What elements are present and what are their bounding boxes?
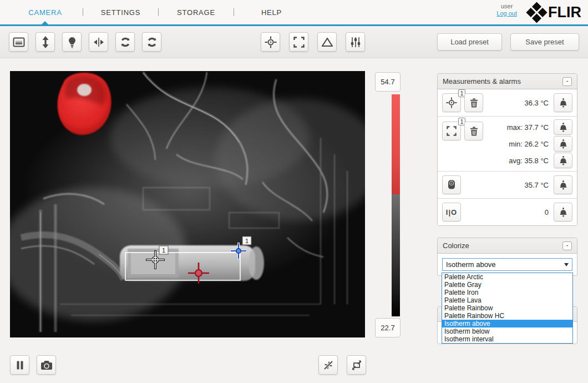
spot-temperature-value: 36.3 °C bbox=[524, 99, 554, 107]
scale-min-label: 22.7 bbox=[375, 318, 401, 337]
box-marker-badge: 1 bbox=[245, 238, 249, 244]
bell-icon bbox=[559, 98, 567, 108]
colorize-panel-title: Colorize bbox=[443, 241, 469, 250]
option-palette-arctic[interactable]: Palette Arctic bbox=[442, 273, 572, 281]
pause-icon bbox=[16, 360, 24, 370]
trash-icon bbox=[470, 98, 478, 108]
add-area-button[interactable] bbox=[289, 32, 308, 52]
colorize-panel: Colorize - Isotherm above bbox=[437, 238, 577, 276]
measurements-panel-header: Measurements & alarms - bbox=[438, 74, 577, 89]
temperature-scale-bar[interactable] bbox=[392, 94, 400, 316]
box-max-alarm-button[interactable] bbox=[554, 119, 572, 135]
shutter-rotate-icon bbox=[146, 37, 158, 48]
camera-alarm-button[interactable] bbox=[554, 175, 572, 194]
spot-alarm-button[interactable] bbox=[554, 93, 572, 112]
bell-icon bbox=[559, 139, 567, 149]
vertical-arrows-icon bbox=[40, 36, 51, 48]
user-label: user bbox=[496, 3, 517, 10]
resize-icon bbox=[351, 360, 362, 371]
box-avg-alarm-button[interactable] bbox=[554, 153, 572, 168]
thermal-image: 1 1 bbox=[10, 71, 365, 337]
chevron-down-icon bbox=[564, 263, 569, 266]
nav-tab-settings[interactable]: SETTINGS bbox=[83, 8, 158, 17]
resize-view-button[interactable] bbox=[347, 355, 366, 375]
pan-split-button[interactable] bbox=[89, 32, 108, 52]
thermal-image-view[interactable]: 1 1 bbox=[10, 71, 365, 337]
level-span-button[interactable] bbox=[9, 32, 28, 52]
flir-logo-icon bbox=[526, 2, 547, 23]
option-isotherm-interval[interactable]: Isotherm interval bbox=[442, 335, 572, 343]
camera-device-icon bbox=[447, 179, 456, 190]
option-palette-rainbow[interactable]: Palette Rainbow bbox=[442, 304, 572, 312]
box-avg-value: avg: 35.8 °C bbox=[509, 157, 554, 165]
area-box-icon bbox=[293, 37, 305, 48]
area-box-icon bbox=[447, 126, 457, 136]
hide-graphics-icon bbox=[323, 360, 334, 371]
colorize-collapse-button[interactable]: - bbox=[562, 241, 572, 250]
colorize-select[interactable]: Isotherm above bbox=[442, 258, 572, 271]
user-block: user Log out bbox=[496, 3, 517, 17]
horizontal-arrows-icon bbox=[93, 37, 105, 47]
bell-icon bbox=[559, 123, 567, 132]
load-preset-button[interactable]: Load preset bbox=[437, 33, 502, 51]
spot-tool-button[interactable]: 1 bbox=[442, 93, 461, 112]
spot-meter-icon bbox=[265, 36, 277, 48]
add-spot-button[interactable] bbox=[261, 32, 280, 52]
hide-overlay-button[interactable] bbox=[318, 355, 338, 375]
nav-tab-storage[interactable]: STORAGE bbox=[159, 8, 234, 17]
delete-spot-button[interactable] bbox=[464, 93, 483, 112]
nav-tab-camera[interactable]: CAMERA bbox=[8, 8, 83, 17]
box-min-value: min: 26.2 °C bbox=[509, 140, 554, 148]
lamp-icon bbox=[67, 36, 77, 48]
nav-tab-help[interactable]: HELP bbox=[234, 8, 309, 17]
lamp-button[interactable] bbox=[62, 32, 82, 52]
shutter-rotate-icon bbox=[120, 37, 131, 48]
snapshot-button[interactable] bbox=[37, 355, 56, 375]
spot-meter-icon bbox=[446, 97, 457, 108]
measurements-panel-title: Measurements & alarms bbox=[443, 77, 521, 85]
bell-icon bbox=[559, 156, 567, 165]
box-min-alarm-button[interactable] bbox=[554, 136, 572, 152]
sliders-icon bbox=[350, 37, 361, 48]
delta-icon bbox=[321, 37, 333, 47]
delete-box-button[interactable] bbox=[464, 122, 483, 140]
box-tool-button[interactable]: 1 bbox=[442, 122, 461, 140]
camera-temperature-row: 35.7 °C bbox=[438, 172, 577, 199]
option-isotherm-below[interactable]: Isotherm below bbox=[442, 327, 572, 335]
calibrate-nuc-button-2[interactable] bbox=[142, 32, 161, 52]
option-palette-rainbow-hc[interactable]: Palette Rainbow HC bbox=[442, 312, 572, 320]
calibrate-nuc-button[interactable] bbox=[115, 32, 135, 52]
digital-io-button[interactable]: I|O bbox=[442, 203, 461, 221]
digital-io-value: 0 bbox=[545, 208, 554, 216]
measurements-collapse-button[interactable]: - bbox=[562, 77, 572, 86]
bell-icon bbox=[559, 208, 567, 217]
bell-icon bbox=[559, 180, 567, 190]
measurements-panel: Measurements & alarms - 1 bbox=[437, 73, 577, 226]
brand: FLIR bbox=[529, 4, 581, 21]
toolbar: Load preset Save preset bbox=[0, 26, 588, 58]
auto-adjust-button[interactable] bbox=[36, 32, 55, 52]
option-palette-gray[interactable]: Palette Gray bbox=[442, 281, 572, 289]
digital-io-row: I|O 0 bbox=[438, 199, 577, 225]
level-span-icon bbox=[13, 37, 25, 48]
colorize-selected-value: Isotherm above bbox=[446, 260, 496, 269]
camera-temperature-value: 35.7 °C bbox=[524, 181, 554, 189]
box-max-value: max: 37.7 °C bbox=[507, 123, 554, 132]
adjust-sliders-button[interactable] bbox=[346, 32, 365, 52]
delta-button[interactable] bbox=[317, 32, 337, 52]
scale-max-label: 54.7 bbox=[375, 72, 401, 92]
pause-button[interactable] bbox=[10, 355, 29, 375]
logout-link[interactable]: Log out bbox=[496, 10, 517, 17]
box-measurement-row: 1 max: 37.7 °C bbox=[438, 117, 577, 172]
option-isotherm-above[interactable]: Isotherm above bbox=[442, 320, 572, 327]
camera-device-button[interactable] bbox=[442, 175, 461, 194]
save-preset-button[interactable]: Save preset bbox=[510, 33, 579, 51]
brand-text: FLIR bbox=[548, 4, 581, 21]
colorize-dropdown-list: Palette Arctic Palette Gray Palette Iron… bbox=[442, 273, 573, 344]
option-palette-iron[interactable]: Palette Iron bbox=[442, 289, 572, 296]
option-palette-lava[interactable]: Palette Lava bbox=[442, 296, 572, 304]
colorize-panel-header: Colorize - bbox=[438, 238, 577, 254]
digital-io-alarm-button[interactable] bbox=[554, 203, 572, 221]
spot-marker-badge: 1 bbox=[162, 247, 165, 254]
box-measurement-overlay[interactable] bbox=[125, 253, 240, 280]
